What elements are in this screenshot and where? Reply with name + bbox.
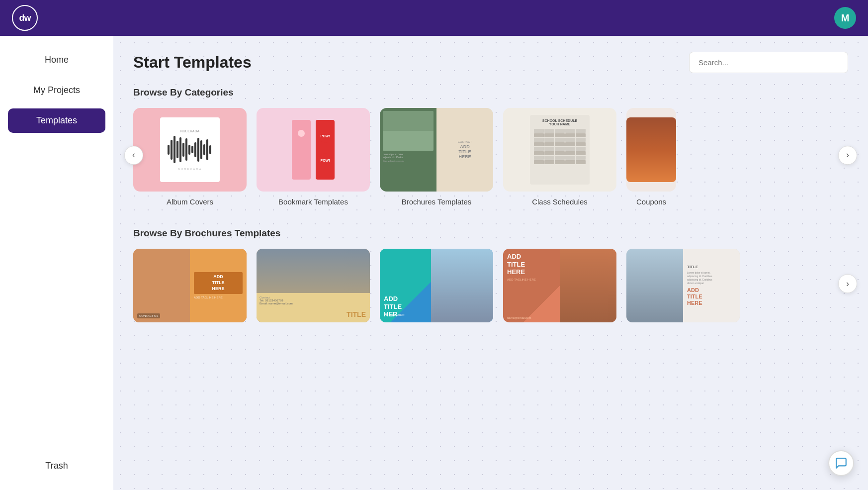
category-card-album-covers[interactable]: NUBEKADA — [133, 108, 247, 206]
categories-section-title: Browse By Categories — [133, 87, 848, 98]
category-card-bookmark-templates[interactable]: POW! POW! Bookmark Templates — [257, 108, 370, 206]
carousel-next-button[interactable]: › — [838, 146, 857, 165]
category-card-brochures-templates[interactable]: Lorem ipsum dolor adjuntis dk. Caribc Di… — [380, 108, 493, 206]
sidebar-item-trash[interactable]: Trash — [8, 454, 105, 478]
brochure-template-5[interactable]: TITLE Lorem dolor sit amet,adipiscing dt… — [626, 249, 740, 322]
brochures-section-title: Browse By Brochures Templates — [133, 228, 848, 239]
app-logo: dw — [12, 5, 38, 31]
user-avatar[interactable]: M — [834, 7, 856, 29]
brochures-track: ADDTITLEHERE ADD TAGLINE HERE CONTACT US… — [133, 249, 848, 322]
chat-button[interactable] — [828, 450, 854, 476]
category-label-class-schedules: Class Schedules — [532, 197, 588, 206]
carousel-prev-button[interactable]: ‹ — [124, 146, 143, 165]
bookmark-preview: POW! POW! — [257, 108, 370, 192]
brochure-template-2[interactable]: Contact Tel: 09123456789 Email: name@ema… — [257, 249, 370, 322]
brochure-template-1[interactable]: ADDTITLEHERE ADD TAGLINE HERE CONTACT US — [133, 249, 247, 322]
top-navigation: dw M — [0, 0, 868, 36]
categories-carousel: ‹ NUBEKADA — [133, 108, 848, 206]
category-thumb-album-covers: NUBEKADA — [133, 108, 247, 192]
category-thumb-coupons — [626, 108, 676, 192]
sidebar-item-templates[interactable]: Templates — [8, 108, 105, 133]
page-title: Start Templates — [133, 53, 252, 72]
brochures-carousel-next-button[interactable]: › — [838, 274, 857, 293]
category-label-coupons: Coupons — [636, 197, 666, 206]
main-content: Start Templates Browse By Categories ‹ N… — [113, 36, 868, 490]
album-cover-preview: NUBEKADA — [133, 108, 247, 192]
search-input[interactable] — [689, 52, 848, 73]
category-thumb-brochures-templates: Lorem ipsum dolor adjuntis dk. Caribc Di… — [380, 108, 493, 192]
main-header: Start Templates — [133, 52, 848, 73]
category-card-class-schedules[interactable]: SCHOOL SCHEDULEYOUR NAME — [503, 108, 616, 206]
brochure-preview: Lorem ipsum dolor adjuntis dk. Caribc Di… — [380, 108, 493, 192]
category-label-album-covers: Album Covers — [167, 197, 213, 206]
sidebar-item-home[interactable]: Home — [8, 48, 105, 72]
brochure-template-3[interactable]: INFORMATION ADDTITLEHER — [380, 249, 493, 322]
coupon-preview — [626, 108, 676, 192]
category-thumb-class-schedules: SCHOOL SCHEDULEYOUR NAME — [503, 108, 616, 192]
sidebar: Home My Projects Templates Trash — [0, 36, 113, 490]
category-label-brochures-templates: Brochures Templates — [402, 197, 472, 206]
brochure-template-4[interactable]: ADDTITLEHERE ADD TAGLINE HERE name@email… — [503, 249, 616, 322]
app-layout: Home My Projects Templates Trash Start T… — [0, 36, 868, 490]
categories-track: NUBEKADA — [133, 108, 848, 206]
sidebar-item-my-projects[interactable]: My Projects — [8, 78, 105, 102]
category-thumb-bookmark-templates: POW! POW! — [257, 108, 370, 192]
schedule-preview: SCHOOL SCHEDULEYOUR NAME — [503, 108, 616, 192]
category-card-coupons[interactable]: Coupons — [626, 108, 676, 206]
brochures-section: › ADDTITLEHERE ADD TAGLINE HERE CONTACT … — [133, 249, 848, 322]
category-label-bookmark-templates: Bookmark Templates — [278, 197, 348, 206]
